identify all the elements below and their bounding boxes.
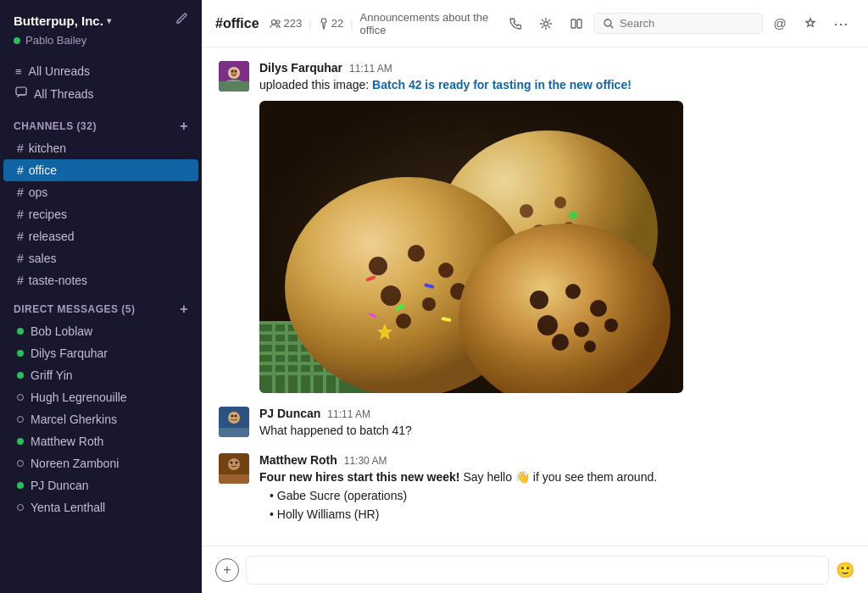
dm-item-marcel[interactable]: Marcel Gherkins [3, 408, 198, 430]
dm-item-bob[interactable]: Bob Loblaw [3, 320, 198, 342]
sidebar-header: Butterpup, Inc. ▾ [0, 0, 202, 32]
star-icon-button[interactable] [797, 10, 824, 37]
dm-item-griff[interactable]: Griff Yin [3, 364, 198, 386]
svg-point-38 [408, 245, 425, 262]
svg-point-57 [552, 334, 569, 351]
channel-meta-divider2: | [350, 17, 353, 30]
emoji-icon-button[interactable]: 🙂 [836, 561, 854, 579]
channels-section-header: CHANNELS (32) + [0, 108, 202, 137]
svg-rect-12 [219, 81, 249, 91]
hash-icon: # [17, 163, 24, 177]
hash-icon: # [17, 141, 24, 155]
message-header: Dilys Farquhar 11:11 AM [259, 61, 851, 75]
message-time: 11:11 AM [327, 408, 370, 420]
svg-point-51 [530, 291, 548, 309]
hash-icon: # [17, 186, 24, 199]
channel-item-sales[interactable]: # sales [3, 247, 198, 269]
channel-item-recipes[interactable]: # recipes [3, 203, 198, 225]
compose-icon[interactable] [175, 12, 188, 29]
svg-point-41 [422, 297, 436, 311]
channel-description: Announcements about the office [360, 11, 495, 36]
offline-status-dot [17, 504, 24, 511]
sidebar-item-unreads[interactable]: ≡ All Unreads [7, 60, 195, 82]
user-status: Pablo Bailey [0, 32, 202, 57]
search-box[interactable] [593, 13, 763, 34]
dm-header-label: DIRECT MESSAGES (5) [14, 303, 136, 315]
sidebar-item-threads[interactable]: All Threads [7, 82, 195, 105]
message-text: uploaded this image: Batch 42 is ready f… [259, 76, 851, 94]
message-link[interactable]: Batch 42 is ready for tasting in the new… [372, 78, 632, 91]
message-text: Four new hires start this new week! Say … [259, 468, 851, 524]
online-status-dot [17, 350, 24, 357]
cookie-image [259, 101, 683, 393]
avatar [219, 61, 249, 91]
offline-status-dot [17, 416, 24, 423]
svg-point-40 [381, 285, 401, 306]
avatar [219, 453, 249, 484]
sidebar: Butterpup, Inc. ▾ Pablo Bailey ≡ All Unr… [0, 0, 202, 593]
svg-point-3 [544, 21, 548, 25]
svg-point-29 [554, 197, 566, 208]
svg-point-62 [235, 415, 237, 418]
workspace-name[interactable]: Butterpup, Inc. ▾ [14, 14, 111, 28]
svg-point-28 [520, 204, 533, 218]
svg-rect-0 [16, 87, 26, 95]
add-dm-icon[interactable]: + [180, 302, 188, 317]
dm-item-matthew[interactable]: Matthew Roth [3, 430, 198, 452]
avatar [219, 407, 249, 437]
svg-point-53 [590, 300, 607, 317]
dm-item-pj[interactable]: PJ Duncan [3, 474, 198, 496]
online-status-dot [17, 438, 24, 445]
hash-icon: # [17, 252, 24, 265]
message-time: 11:30 AM [344, 455, 387, 467]
offline-status-dot [17, 460, 24, 467]
dm-item-dilys[interactable]: Dilys Farquhar [3, 342, 198, 364]
message-input[interactable] [246, 556, 829, 585]
svg-point-55 [574, 322, 589, 337]
svg-point-60 [228, 412, 240, 424]
at-icon-button[interactable]: @ [766, 10, 793, 37]
dm-item-yenta[interactable]: Yenta Lenthall [3, 496, 198, 518]
svg-point-37 [369, 257, 387, 275]
svg-rect-22 [285, 321, 288, 393]
message-content: Matthew Roth 11:30 AM Four new hires sta… [259, 453, 851, 524]
dm-section-header: DIRECT MESSAGES (5) + [0, 291, 202, 320]
channel-item-taste-notes[interactable]: # taste-notes [3, 269, 198, 291]
svg-rect-5 [577, 19, 581, 28]
pinned-count: 22 [319, 17, 343, 30]
channel-item-office[interactable]: # office [3, 159, 198, 181]
channel-title: #office [215, 16, 259, 31]
gear-icon-button[interactable] [532, 10, 559, 37]
channels-count: (32) [77, 120, 97, 132]
channel-item-released[interactable]: # released [3, 225, 198, 247]
message-image [259, 101, 683, 393]
channel-item-kitchen[interactable]: # kitchen [3, 137, 198, 159]
online-status-dot [17, 482, 24, 489]
online-status-dot [17, 372, 24, 379]
layout-icon-button[interactable] [563, 10, 590, 37]
dm-list: Bob Loblaw Dilys Farquhar Griff Yin Hugh… [0, 320, 202, 518]
bullet-item: • Gabe Sucre (operations) [270, 486, 851, 505]
search-input[interactable] [620, 17, 738, 30]
workspace-label: Butterpup, Inc. [14, 14, 103, 28]
dm-count: (5) [121, 303, 135, 315]
dm-item-noreen[interactable]: Noreen Zamboni [3, 452, 198, 474]
attach-button[interactable]: + [215, 558, 239, 582]
sidebar-item-unreads-label: All Unreads [29, 64, 90, 78]
unreads-icon: ≡ [15, 65, 22, 78]
message-author: PJ Duncan [259, 407, 320, 420]
svg-point-6 [604, 19, 611, 26]
user-name: Pablo Bailey [25, 34, 86, 47]
online-dot [14, 37, 20, 44]
workspace-chevron: ▾ [107, 16, 111, 25]
svg-rect-21 [272, 321, 275, 393]
message-content: PJ Duncan 11:11 AM What happened to batc… [259, 407, 851, 440]
svg-point-65 [228, 458, 240, 470]
channel-item-ops[interactable]: # ops [3, 181, 198, 203]
svg-point-61 [231, 415, 234, 418]
more-icon-button[interactable]: ⋯ [827, 10, 854, 37]
message-row: Dilys Farquhar 11:11 AM uploaded this im… [219, 61, 851, 393]
dm-item-hugh[interactable]: Hugh Legrenouille [3, 386, 198, 408]
phone-icon-button[interactable] [502, 10, 529, 37]
add-channel-icon[interactable]: + [180, 119, 188, 134]
